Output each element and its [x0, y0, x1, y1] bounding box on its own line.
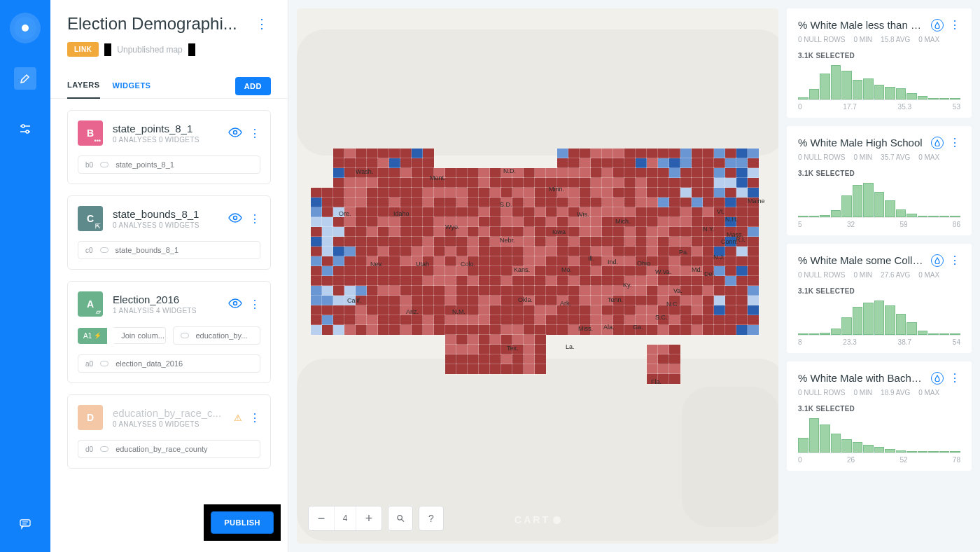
layer-letter-icon: A▱: [78, 291, 103, 317]
map-canvas[interactable]: Wash.Mont.N.D.Minn.MaineOre.IdahoS.D.Wis…: [297, 8, 778, 544]
widget-menu-icon[interactable]: ⋮: [949, 371, 960, 385]
histogram-axis: 823.338.754: [798, 338, 960, 346]
caret-marker-2: [188, 43, 195, 56]
layer-name: education_by_race_c...: [113, 407, 224, 419]
warning-icon: ⚠: [234, 413, 242, 423]
widget-stats: 0 NULL ROWS0 MIN35.7 AVG0 MAX: [798, 153, 960, 161]
widget-style-icon[interactable]: [931, 19, 944, 32]
source-node[interactable]: b0state_points_8_1: [78, 156, 260, 174]
histogram-bars[interactable]: [798, 418, 960, 453]
layer-meta: 0 ANALYSES 0 WIDGETS: [113, 221, 218, 229]
tab-layers[interactable]: LAYERS: [67, 74, 100, 99]
layer-menu-icon[interactable]: ⋮: [249, 298, 260, 311]
widget-title: % White Male less than Hi...: [798, 19, 927, 31]
widget-stats: 0 NULL ROWS0 MIN15.8 AVG0 MAX: [798, 36, 960, 43]
widget-selected-count: 3.1K SELECTED: [798, 405, 960, 413]
histogram-widget[interactable]: % White Male High School⋮0 NULL ROWS0 MI…: [787, 126, 972, 235]
svg-rect-4: [20, 520, 30, 526]
layer-menu-icon[interactable]: ⋮: [249, 127, 260, 140]
layer-card[interactable]: B•••state_points_8_10 ANALYSES 0 WIDGETS…: [67, 110, 271, 184]
svg-point-1: [22, 125, 24, 127]
histogram-bars[interactable]: [798, 301, 960, 336]
left-panel: Election Demographi... ⋮ LINK Unpublishe…: [50, 0, 288, 552]
layer-card[interactable]: A▱Election_20161 ANALYSIS 4 WIDGETS⋮A1 ⚡…: [67, 281, 271, 383]
svg-point-7: [234, 130, 237, 134]
caret-marker: [104, 43, 111, 56]
widgets-panel: % White Male less than Hi...⋮0 NULL ROWS…: [787, 0, 980, 552]
histogram-widget[interactable]: % White Male some Colle...⋮0 NULL ROWS0 …: [787, 244, 972, 353]
pencil-tool[interactable]: [14, 67, 36, 90]
app-logo[interactable]: [14, 17, 36, 39]
histogram-axis: 0265278: [798, 456, 960, 464]
widget-style-icon[interactable]: [931, 137, 944, 149]
layer-letter-icon: B•••: [78, 120, 103, 146]
analysis-node[interactable]: A1 ⚡Join colum...: [78, 326, 166, 345]
chat-icon[interactable]: [14, 513, 36, 535]
layers-list: B•••state_points_8_10 ANALYSES 0 WIDGETS…: [50, 99, 288, 552]
widget-selected-count: 3.1K SELECTED: [798, 170, 960, 177]
widget-stats: 0 NULL ROWS0 MIN18.9 AVG0 MAX: [798, 389, 960, 396]
layer-name: state_points_8_1: [113, 123, 218, 134]
layer-meta: 0 ANALYSES 0 WIDGETS: [113, 420, 224, 428]
publish-button[interactable]: PUBLISH: [211, 511, 274, 534]
layer-name: Election_2016: [113, 294, 218, 305]
zoom-level: 4: [334, 506, 356, 530]
zoom-control: − 4 +: [308, 506, 382, 531]
map-title-menu-icon[interactable]: ⋮: [253, 16, 271, 32]
widget-selected-count: 3.1K SELECTED: [798, 287, 960, 295]
layer-card[interactable]: Deducation_by_race_c...0 ANALYSES 0 WIDG…: [67, 394, 271, 469]
widget-style-icon[interactable]: [931, 372, 944, 385]
widget-title: % White Male with Bachel...: [798, 372, 927, 384]
side-rail: [0, 0, 50, 552]
histogram-bars[interactable]: [798, 183, 960, 218]
visibility-toggle-icon[interactable]: [228, 298, 242, 310]
source-node[interactable]: d0education_by_race_county: [78, 440, 260, 458]
widget-style-icon[interactable]: [931, 254, 944, 267]
widget-title: % White Male some Colle...: [798, 254, 927, 266]
layer-letter-icon: D: [78, 405, 103, 430]
svg-point-3: [26, 130, 29, 133]
widget-menu-icon[interactable]: ⋮: [949, 18, 960, 32]
map-area: Wash.Mont.N.D.Minn.MaineOre.IdahoS.D.Wis…: [288, 0, 787, 552]
state-label: La.: [566, 343, 575, 350]
source-node[interactable]: a0election_data_2016: [78, 354, 260, 373]
visibility-toggle-icon[interactable]: [228, 213, 242, 225]
map-help-button[interactable]: ?: [419, 506, 444, 531]
widget-stats: 0 NULL ROWS0 MIN27.6 AVG0 MAX: [798, 271, 960, 279]
svg-point-9: [234, 301, 237, 305]
svg-point-8: [234, 216, 237, 219]
layer-menu-icon[interactable]: ⋮: [249, 411, 260, 425]
layer-menu-icon[interactable]: ⋮: [249, 212, 260, 226]
layer-name: state_bounds_8_1: [113, 208, 218, 220]
layer-letter-icon: C⇱: [78, 206, 103, 231]
layer-meta: 1 ANALYSIS 4 WIDGETS: [113, 307, 218, 315]
tab-widgets[interactable]: WIDGETS: [113, 74, 151, 98]
histogram-widget[interactable]: % White Male with Bachel...⋮0 NULL ROWS0…: [787, 361, 972, 471]
add-button[interactable]: ADD: [235, 77, 271, 95]
layer-card[interactable]: C⇱state_bounds_8_10 ANALYSES 0 WIDGETS⋮c…: [67, 195, 271, 270]
widget-menu-icon[interactable]: ⋮: [949, 136, 960, 149]
visibility-toggle-icon[interactable]: [228, 127, 242, 139]
histogram-axis: 017.735.353: [798, 103, 960, 111]
map-status: Unpublished map: [117, 45, 182, 55]
source-node[interactable]: c0state_bounds_8_1: [78, 241, 260, 259]
histogram-widget[interactable]: % White Male less than Hi...⋮0 NULL ROWS…: [787, 8, 972, 118]
map-title[interactable]: Election Demographi...: [67, 14, 237, 34]
publish-highlight: PUBLISH: [204, 504, 281, 541]
histogram-bars[interactable]: [798, 65, 960, 100]
carto-logo: CART: [514, 514, 561, 525]
histogram-axis: 5325986: [798, 221, 960, 228]
link-badge[interactable]: LINK: [67, 42, 99, 57]
layer-meta: 0 ANALYSES 0 WIDGETS: [113, 136, 218, 144]
widget-title: % White Male High School: [798, 137, 927, 149]
sliders-tool[interactable]: [14, 118, 36, 140]
zoom-out-button[interactable]: −: [309, 511, 334, 526]
zoom-in-button[interactable]: +: [356, 511, 382, 526]
analysis-node[interactable]: education_by...: [173, 326, 261, 345]
map-search-button[interactable]: ⚲: [388, 506, 413, 531]
widget-menu-icon[interactable]: ⋮: [949, 254, 960, 267]
widget-selected-count: 3.1K SELECTED: [798, 52, 960, 60]
